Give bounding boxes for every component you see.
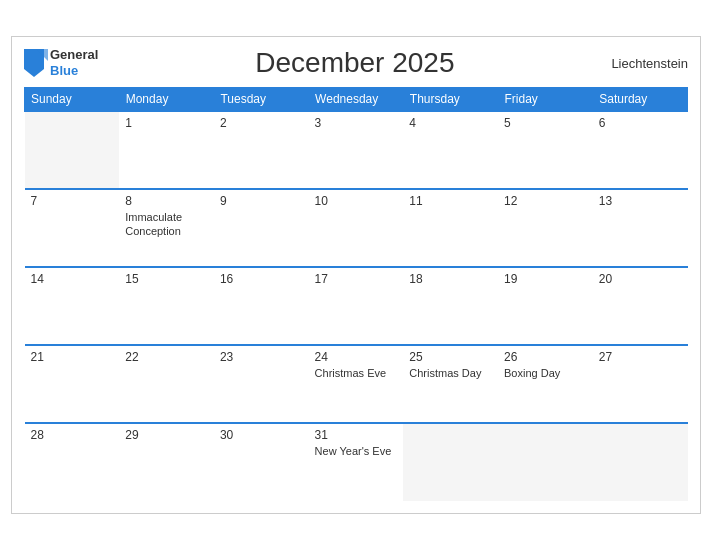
day-number: 12 (504, 194, 587, 208)
day-number: 14 (31, 272, 114, 286)
cal-cell: 14 (25, 267, 120, 345)
week-row-1: 78Immaculate Conception910111213 (25, 189, 688, 267)
cal-cell: 21 (25, 345, 120, 423)
day-event: Christmas Day (409, 366, 492, 380)
day-number: 20 (599, 272, 682, 286)
day-number: 7 (31, 194, 114, 208)
cal-cell: 27 (593, 345, 688, 423)
day-number: 29 (125, 428, 208, 442)
day-number: 10 (315, 194, 398, 208)
cal-cell: 3 (309, 111, 404, 189)
cal-cell: 30 (214, 423, 309, 501)
cal-cell: 1 (119, 111, 214, 189)
day-number: 16 (220, 272, 303, 286)
cal-cell: 11 (403, 189, 498, 267)
calendar-table: SundayMondayTuesdayWednesdayThursdayFrid… (24, 87, 688, 501)
day-event: New Year's Eve (315, 444, 398, 458)
day-number: 25 (409, 350, 492, 364)
day-number: 18 (409, 272, 492, 286)
cal-cell: 2 (214, 111, 309, 189)
day-number: 13 (599, 194, 682, 208)
cal-cell (498, 423, 593, 501)
logo-general: General (50, 47, 98, 63)
weekday-monday: Monday (119, 88, 214, 112)
cal-cell: 22 (119, 345, 214, 423)
calendar-header: General Blue December 2025 Liechtenstein (24, 47, 688, 79)
cal-cell (593, 423, 688, 501)
day-number: 11 (409, 194, 492, 208)
cal-cell: 4 (403, 111, 498, 189)
cal-cell: 19 (498, 267, 593, 345)
day-number: 21 (31, 350, 114, 364)
week-row-4: 28293031New Year's Eve (25, 423, 688, 501)
cal-cell: 16 (214, 267, 309, 345)
cal-cell: 9 (214, 189, 309, 267)
cal-cell: 25Christmas Day (403, 345, 498, 423)
day-number: 9 (220, 194, 303, 208)
weekday-header-row: SundayMondayTuesdayWednesdayThursdayFrid… (25, 88, 688, 112)
week-row-2: 14151617181920 (25, 267, 688, 345)
day-number: 1 (125, 116, 208, 130)
cal-cell: 23 (214, 345, 309, 423)
country-label: Liechtenstein (611, 56, 688, 71)
day-number: 30 (220, 428, 303, 442)
day-number: 6 (599, 116, 682, 130)
weekday-friday: Friday (498, 88, 593, 112)
day-number: 17 (315, 272, 398, 286)
day-number: 3 (315, 116, 398, 130)
cal-cell: 13 (593, 189, 688, 267)
day-number: 2 (220, 116, 303, 130)
day-number: 8 (125, 194, 208, 208)
day-number: 31 (315, 428, 398, 442)
day-number: 22 (125, 350, 208, 364)
cal-cell: 8Immaculate Conception (119, 189, 214, 267)
cal-cell (25, 111, 120, 189)
day-number: 4 (409, 116, 492, 130)
week-row-3: 21222324Christmas Eve25Christmas Day26Bo… (25, 345, 688, 423)
day-event: Christmas Eve (315, 366, 398, 380)
cal-cell: 29 (119, 423, 214, 501)
month-title: December 2025 (255, 47, 454, 79)
weekday-sunday: Sunday (25, 88, 120, 112)
cal-cell: 6 (593, 111, 688, 189)
cal-cell: 5 (498, 111, 593, 189)
day-number: 26 (504, 350, 587, 364)
day-number: 5 (504, 116, 587, 130)
cal-cell: 28 (25, 423, 120, 501)
day-number: 15 (125, 272, 208, 286)
day-number: 23 (220, 350, 303, 364)
day-number: 27 (599, 350, 682, 364)
calendar-container: General Blue December 2025 Liechtenstein… (11, 36, 701, 514)
cal-cell: 15 (119, 267, 214, 345)
weekday-tuesday: Tuesday (214, 88, 309, 112)
week-row-0: 123456 (25, 111, 688, 189)
cal-cell: 17 (309, 267, 404, 345)
cal-cell: 31New Year's Eve (309, 423, 404, 501)
day-event: Immaculate Conception (125, 210, 208, 239)
weekday-saturday: Saturday (593, 88, 688, 112)
cal-cell: 20 (593, 267, 688, 345)
cal-cell: 18 (403, 267, 498, 345)
cal-cell: 26Boxing Day (498, 345, 593, 423)
logo-icon (24, 49, 48, 77)
logo: General Blue (24, 47, 98, 78)
cal-cell (403, 423, 498, 501)
weekday-wednesday: Wednesday (309, 88, 404, 112)
cal-cell: 10 (309, 189, 404, 267)
cal-cell: 7 (25, 189, 120, 267)
cal-cell: 24Christmas Eve (309, 345, 404, 423)
cal-cell: 12 (498, 189, 593, 267)
day-number: 24 (315, 350, 398, 364)
day-number: 19 (504, 272, 587, 286)
day-number: 28 (31, 428, 114, 442)
logo-blue: Blue (50, 63, 98, 79)
day-event: Boxing Day (504, 366, 587, 380)
weekday-thursday: Thursday (403, 88, 498, 112)
